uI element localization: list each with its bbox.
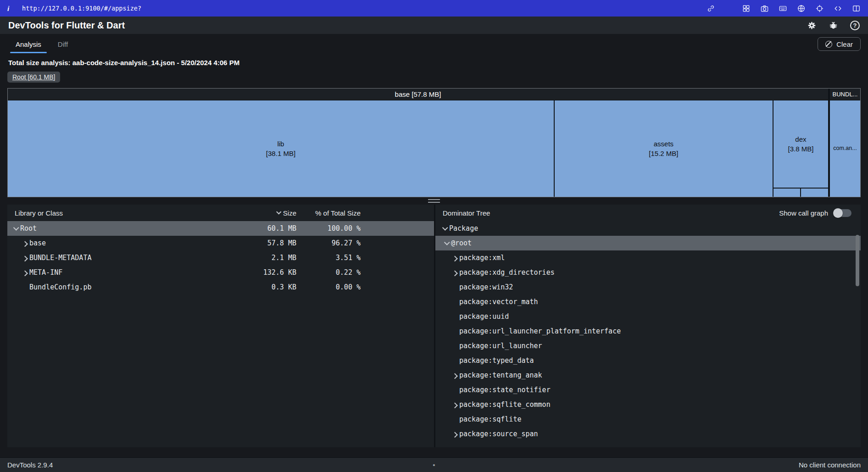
horizontal-splitter[interactable] xyxy=(0,197,868,205)
treemap-bundle-header[interactable]: BUNDL... xyxy=(830,89,860,100)
chevron-down-icon[interactable] xyxy=(11,224,20,233)
scrollbar[interactable] xyxy=(856,235,859,286)
tree-row-package-source-span[interactable]: package:source_span xyxy=(435,427,861,441)
show-call-graph: Show call graph xyxy=(779,209,851,217)
tree-row-package-win32[interactable]: package:win32 xyxy=(435,280,861,294)
chevron-right-icon[interactable] xyxy=(450,253,459,262)
tree-row-package-state-notifier[interactable]: package:state_notifier xyxy=(435,383,861,397)
tree-row-label: package:state_notifier xyxy=(459,386,551,394)
tree-row-label: package:sqflite_common xyxy=(459,400,551,409)
devtools-version: DevTools 2.9.4 xyxy=(7,461,53,469)
tree-row-label: package:tentang_anak xyxy=(459,371,542,379)
column-header-size[interactable]: Size xyxy=(241,208,296,217)
split-view-icon[interactable] xyxy=(852,4,861,13)
show-call-graph-toggle[interactable] xyxy=(833,209,851,217)
treemap-cell-com-an[interactable]: com.an... xyxy=(830,100,860,197)
tab-analysis[interactable]: Analysis xyxy=(7,34,50,54)
chevron-down-icon[interactable] xyxy=(440,224,449,233)
treemap-base-header[interactable]: base [57.8 MB] xyxy=(8,89,828,100)
breadcrumb: Root [60.1 MB] xyxy=(0,67,868,88)
row-percent: 0.00 % xyxy=(296,283,361,291)
treemap-cell-lib-name: lib xyxy=(277,139,284,149)
row-size: 0.3 KB xyxy=(241,283,296,291)
tree-row-label: package:win32 xyxy=(459,283,513,291)
link-icon[interactable] xyxy=(707,4,715,13)
size-treemap: base [57.8 MB] lib [38.1 MB] assets [15.… xyxy=(7,88,861,197)
chevron-placeholder xyxy=(20,283,29,292)
treemap-dex-child[interactable] xyxy=(800,189,828,197)
crosshair-icon[interactable] xyxy=(815,4,824,13)
status-bar: DevTools 2.9.4 • No client connection xyxy=(0,457,868,472)
tree-row-package-sqflite[interactable]: package:sqflite xyxy=(435,412,861,427)
row-name: Root xyxy=(20,224,37,233)
treemap-cell-dex-name: dex xyxy=(795,134,806,144)
treemap-cell-lib[interactable]: lib [38.1 MB] xyxy=(8,100,554,197)
table-row-base[interactable]: base 57.8 MB 96.27 % xyxy=(7,236,434,250)
row-name: base xyxy=(29,239,46,247)
tree-row-package-typed-data[interactable]: package:typed_data xyxy=(435,353,861,368)
table-row-meta-inf[interactable]: META-INF 132.6 KB 0.22 % xyxy=(7,265,434,280)
column-header-percent[interactable]: % of Total Size xyxy=(296,209,361,217)
bug-report-icon[interactable] xyxy=(829,21,838,30)
row-name: BundleConfig.pb xyxy=(29,283,91,291)
tree-row-package-url-launcher[interactable]: package:url_launcher xyxy=(435,339,861,353)
table-row-root[interactable]: Root 60.1 MB 100.00 % xyxy=(7,221,434,236)
chevron-right-icon[interactable] xyxy=(20,253,29,262)
table-row-bundle-metadata[interactable]: BUNDLE-METADATA 2.1 MB 3.51 % xyxy=(7,250,434,265)
chevron-right-icon[interactable] xyxy=(450,371,459,380)
treemap-group-bundle-metadata: BUNDL... com.an... xyxy=(830,89,860,197)
info-icon: i xyxy=(7,5,17,12)
chevron-right-icon[interactable] xyxy=(450,429,459,439)
chevron-placeholder xyxy=(450,312,459,321)
tab-diff[interactable]: Diff xyxy=(50,34,76,54)
table-row-bundleconfig[interactable]: BundleConfig.pb 0.3 KB 0.00 % xyxy=(7,280,434,294)
url-text[interactable]: http://127.0.0.1:9100/#/appsize? xyxy=(22,5,141,12)
breadcrumb-root-chip[interactable]: Root [60.1 MB] xyxy=(7,72,60,83)
treemap-dex-child[interactable] xyxy=(773,189,801,197)
treemap-dex-children xyxy=(773,188,828,197)
chevron-right-icon[interactable] xyxy=(20,268,29,277)
app-bar: DevTools for Flutter & Dart ? xyxy=(0,17,868,34)
toggle-knob xyxy=(833,208,843,218)
chevron-placeholder xyxy=(450,385,459,394)
tree-row-package-tentang-anak[interactable]: package:tentang_anak xyxy=(435,368,861,383)
browser-url-bar[interactable]: i http://127.0.0.1:9100/#/appsize? xyxy=(0,0,868,17)
chevron-right-icon[interactable] xyxy=(20,239,29,248)
tree-row-label: package:vector_math xyxy=(459,298,538,306)
treemap-cell-lib-size: [38.1 MB] xyxy=(266,149,295,158)
row-percent: 100.00 % xyxy=(296,224,361,233)
tree-row-root[interactable]: @root xyxy=(435,236,861,250)
grid-icon[interactable] xyxy=(742,4,751,13)
treemap-cell-assets[interactable]: assets [15.2 MB] xyxy=(554,100,773,197)
tree-row-package-uuid[interactable]: package:uuid xyxy=(435,309,861,324)
dominator-tree-panel: Dominator Tree Show call graph Package @… xyxy=(435,205,861,447)
show-call-graph-label: Show call graph xyxy=(779,209,828,217)
tree-row-package-xdg-directories[interactable]: package:xdg_directories xyxy=(435,265,861,280)
tree-row-package-sqflite-common[interactable]: package:sqflite_common xyxy=(435,397,861,412)
tree-row-package-vector-math[interactable]: package:vector_math xyxy=(435,294,861,309)
app-bar-actions: ? xyxy=(807,21,860,30)
treemap-cell-dex[interactable]: dex [3.8 MB] xyxy=(773,100,828,197)
help-icon[interactable]: ? xyxy=(850,21,860,30)
camera-icon[interactable] xyxy=(760,4,769,13)
chevron-right-icon[interactable] xyxy=(450,400,459,409)
treemap-bundle-body: com.an... xyxy=(830,100,860,197)
dominator-tree-header: Dominator Tree Show call graph xyxy=(435,205,861,221)
chevron-down-icon[interactable] xyxy=(442,239,451,248)
lower-panels: Library or Class Size % of Total Size Ro… xyxy=(7,205,861,447)
tree-row-package-url-launcher-platform-interface[interactable]: package:url_launcher_platform_interface xyxy=(435,324,861,339)
tree-row-label: package:typed_data xyxy=(459,356,534,365)
globe-icon[interactable] xyxy=(797,4,806,13)
tab-bar: Analysis Diff Clear xyxy=(0,34,868,54)
settings-gear-icon[interactable] xyxy=(807,21,817,30)
clear-button[interactable]: Clear xyxy=(818,37,861,51)
tree-row-label: package:source_span xyxy=(459,430,538,438)
tree-row-package-xml[interactable]: package:xml xyxy=(435,250,861,265)
tree-row-package[interactable]: Package xyxy=(435,221,861,236)
code-icon[interactable] xyxy=(834,4,842,13)
column-header-name[interactable]: Library or Class xyxy=(15,209,241,217)
treemap-cell-dex-label: dex [3.8 MB] xyxy=(773,100,828,188)
chevron-right-icon[interactable] xyxy=(450,268,459,277)
treemap-base-body: lib [38.1 MB] assets [15.2 MB] dex [3.8 … xyxy=(8,100,828,197)
keyboard-icon[interactable] xyxy=(779,4,787,13)
